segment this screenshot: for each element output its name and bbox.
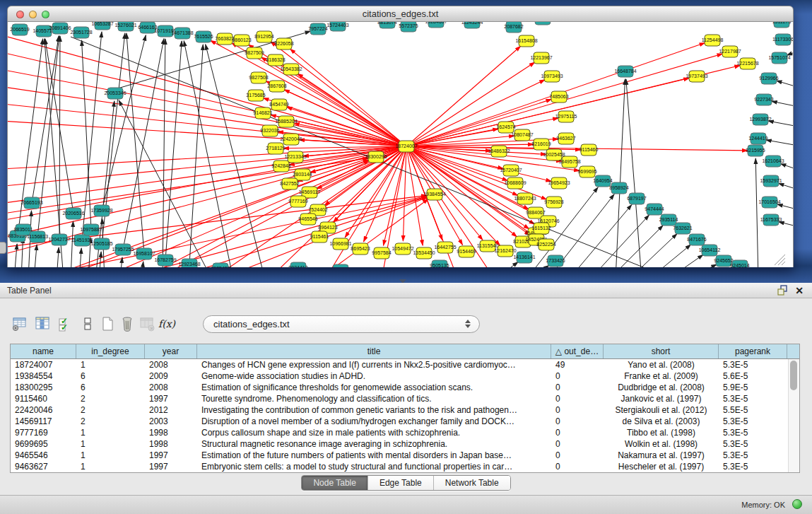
tab-node-table[interactable]: Node Table bbox=[302, 476, 368, 490]
table-cell[interactable]: 0 bbox=[551, 393, 604, 404]
graph-node[interactable]: 10543382 bbox=[280, 64, 302, 75]
graph-node[interactable]: 15724403 bbox=[326, 22, 348, 31]
delete-columns-button[interactable] bbox=[117, 314, 137, 334]
table-cell[interactable]: Disruption of a novel member of a sodium… bbox=[197, 416, 551, 427]
graph-node[interactable]: 2718129 bbox=[266, 143, 285, 154]
graph-node[interactable]: 9245014 bbox=[730, 260, 749, 267]
graph-node[interactable]: 6879197 bbox=[627, 193, 646, 204]
graph-node[interactable]: 15885204 bbox=[275, 116, 297, 127]
table-cell[interactable]: Structural magnetic resonance image aver… bbox=[197, 438, 551, 450]
table-cell[interactable]: 9115460 bbox=[11, 393, 76, 404]
table-row[interactable]: 977716911998Corpus callosum shape and si… bbox=[11, 427, 799, 438]
graph-node[interactable]: 20891406 bbox=[49, 23, 71, 34]
show-columns-button[interactable] bbox=[33, 314, 52, 334]
table-select-dropdown[interactable]: citations_edges.txt bbox=[203, 315, 480, 333]
graph-node[interactable]: 15751074 bbox=[768, 52, 790, 64]
graph-node[interactable]: 8226058 bbox=[274, 38, 293, 49]
table-settings-button[interactable] bbox=[10, 314, 30, 334]
graph-node[interactable]: 10653287 bbox=[91, 22, 113, 30]
graph-node[interactable]: 2087682 bbox=[504, 22, 523, 33]
graph-node[interactable]: 8252254 bbox=[536, 239, 555, 250]
table-cell[interactable]: 1 bbox=[76, 450, 145, 461]
graph-node[interactable]: 10973493 bbox=[541, 71, 563, 82]
table-cell[interactable]: 2 bbox=[76, 404, 145, 416]
graph-node[interactable]: 11156813 bbox=[27, 231, 48, 243]
table-row[interactable]: 1456911722003Disruption of a novel membe… bbox=[11, 416, 799, 427]
column-header-pagerank[interactable]: pagerank bbox=[719, 344, 787, 358]
graph-node[interactable]: 8216019 bbox=[531, 139, 551, 150]
table-row[interactable]: 969969511998Structural magnetic resonanc… bbox=[11, 438, 799, 450]
graph-node[interactable]: 9957584 bbox=[372, 247, 391, 259]
table-cell[interactable]: 0 bbox=[551, 404, 604, 416]
graph-node[interactable]: 9465546 bbox=[298, 214, 317, 225]
sidebar-collapse-handle[interactable] bbox=[0, 242, 6, 254]
graph-node[interactable]: 2867608 bbox=[267, 81, 286, 92]
graph-node[interactable]: 7632621 bbox=[673, 223, 692, 234]
graph-node[interactable]: 9474444 bbox=[645, 204, 664, 215]
table-cell[interactable]: 14569117 bbox=[11, 416, 76, 427]
table-cell[interactable]: 19384554 bbox=[11, 370, 76, 382]
graph-node[interactable]: 8454749 bbox=[269, 99, 288, 110]
graph-node[interactable]: 8958924 bbox=[609, 182, 628, 194]
function-builder-button[interactable]: f(x) bbox=[157, 314, 177, 334]
table-cell[interactable]: 0 bbox=[551, 461, 604, 472]
table-cell[interactable]: Tibbo et al. (1998) bbox=[604, 427, 719, 438]
graph-node[interactable]: 8912954 bbox=[254, 31, 273, 42]
table-row[interactable]: 1938455462009Genome-wide association stu… bbox=[11, 370, 799, 382]
table-cell[interactable]: Changes of HCN gene expression and I(f) … bbox=[197, 359, 551, 370]
table-cell[interactable]: 5.9E-5 bbox=[719, 382, 787, 393]
table-cell[interactable]: 6 bbox=[76, 382, 145, 393]
table-cell[interactable]: 1 bbox=[76, 427, 145, 438]
graph-node[interactable]: 1244419 bbox=[748, 133, 767, 144]
graph-node[interactable]: 11173306 bbox=[772, 34, 793, 45]
graph-node[interactable]: 9146821 bbox=[253, 107, 272, 119]
resize-grip-icon[interactable] bbox=[782, 262, 785, 265]
graph-node[interactable]: 23051728 bbox=[70, 27, 92, 38]
graph-node[interactable]: 11243244 bbox=[461, 22, 483, 28]
column-header-short[interactable]: short bbox=[604, 344, 719, 358]
scrollbar-thumb[interactable] bbox=[790, 361, 797, 390]
table-cell[interactable]: 5.3E-5 bbox=[719, 461, 787, 472]
column-header-in-degree[interactable]: in_degree bbox=[76, 344, 145, 358]
create-column-button[interactable] bbox=[98, 314, 117, 334]
table-cell[interactable]: 1 bbox=[76, 461, 145, 472]
graph-node[interactable]: 20206516 bbox=[62, 208, 84, 219]
table-row[interactable]: 1830029562008Estimation of significance … bbox=[11, 382, 799, 393]
graph-node[interactable]: 1615132 bbox=[531, 223, 551, 234]
table-cell[interactable]: 1998 bbox=[145, 427, 197, 438]
window-titlebar[interactable]: citations_edges.txt bbox=[7, 6, 794, 22]
table-cell[interactable]: 6 bbox=[76, 370, 145, 382]
graph-node[interactable]: 1511275 bbox=[772, 22, 792, 28]
graph-node[interactable]: 9242848 bbox=[271, 160, 290, 172]
table-cell[interactable]: 5.6E-5 bbox=[719, 370, 787, 382]
graph-node[interactable]: 14136141 bbox=[513, 252, 535, 263]
table-row[interactable]: 946554611997Estimation of the future num… bbox=[11, 450, 799, 461]
graph-node[interactable]: 1624574 bbox=[496, 122, 515, 133]
graph-node[interactable]: 16210643 bbox=[762, 156, 784, 167]
table-cell[interactable]: Estimation of significance thresholds fo… bbox=[197, 382, 551, 393]
graph-node[interactable]: 10549472 bbox=[392, 243, 413, 255]
graph-node[interactable]: 22420046 bbox=[280, 134, 302, 145]
graph-node[interactable]: 9227343 bbox=[754, 94, 773, 105]
table-cell[interactable]: 18300295 bbox=[11, 382, 76, 393]
table-row[interactable]: 2242004622012Investigating the contribut… bbox=[11, 404, 799, 416]
close-panel-icon[interactable]: ✕ bbox=[795, 286, 804, 296]
table-cell[interactable]: 2012 bbox=[145, 404, 197, 416]
table-cell[interactable]: 0 bbox=[551, 370, 604, 382]
graph-node[interactable]: 15720407 bbox=[500, 165, 522, 176]
table-row[interactable]: 911546021997Tourette syndrome. Phenomeno… bbox=[11, 393, 799, 404]
table-cell[interactable]: 22420046 bbox=[11, 404, 76, 416]
column-header-name[interactable]: name bbox=[11, 344, 76, 358]
graph-node[interactable]: 12217987 bbox=[719, 46, 741, 57]
graph-node[interactable]: 8186328 bbox=[266, 54, 285, 66]
table-cell[interactable]: 0 bbox=[551, 450, 604, 461]
table-cell[interactable]: 2003 bbox=[145, 416, 197, 427]
column-header-title[interactable]: title bbox=[197, 344, 551, 358]
table-cell[interactable]: 1997 bbox=[145, 461, 197, 472]
network-canvas[interactable]: 2066519140557142089140623051728106532871… bbox=[7, 22, 794, 267]
graph-node[interactable]: 9322036 bbox=[260, 125, 279, 136]
table-cell[interactable]: 5.3E-5 bbox=[719, 359, 787, 370]
graph-node[interactable]: 12042737 bbox=[48, 234, 70, 245]
graph-node[interactable]: 9505135 bbox=[430, 260, 449, 267]
graph-node[interactable]: 9777169 bbox=[288, 196, 307, 207]
